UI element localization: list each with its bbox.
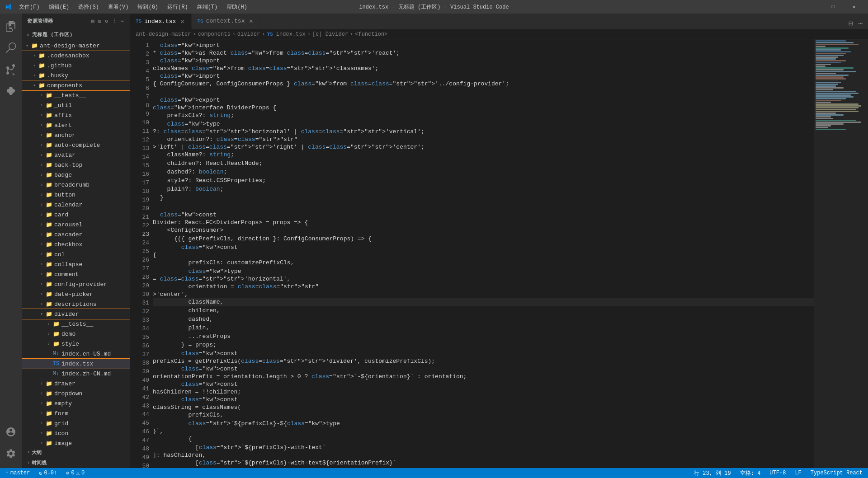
breadcrumb-symbol2[interactable]: <function> [355,31,387,37]
tree-item-collapse[interactable]: › 📁 collapse [22,259,130,269]
menu-file[interactable]: 文件(F) [15,2,43,12]
breadcrumb-divider[interactable]: divider [237,31,260,37]
tree-item-tests1[interactable]: › 📁 __tests__ [22,90,130,100]
tree-item-comment[interactable]: › 📁 comment [22,269,130,279]
folder-icon: 📁 [45,231,52,238]
ts-tab-icon: TS [197,19,203,24]
timeline-panel-header[interactable]: › 时间线 [22,458,130,468]
errors-status[interactable]: ⊗ 0 ⚠ 0 [64,470,86,477]
tree-item-badge[interactable]: › 📁 badge [22,170,130,180]
language-mode[interactable]: TypeScript React [809,470,864,476]
tree-item-cascader[interactable]: › 📁 cascader [22,230,130,239]
outline-panel-header[interactable]: › 大纲 [22,447,130,458]
tree-item-col[interactable]: › 📁 col [22,249,130,259]
line-numbers: 1234567891011121314151617181920212223242… [130,39,153,468]
menu-run[interactable]: 运行(R) [164,2,192,12]
tree-item-descriptions[interactable]: › 📁 descriptions [22,299,130,309]
activity-settings[interactable] [0,443,22,464]
tree-item-drawer[interactable]: › 📁 drawer [22,379,130,389]
tree-item-tests2[interactable]: › 📁 __tests__ [22,319,130,329]
menu-terminal[interactable]: 终端(T) [193,2,222,12]
tree-item-husky[interactable]: › 📁 .husky [22,70,130,80]
code-content[interactable]: class="kw">import * class="kw">as React … [153,39,814,468]
tree-item-back-top[interactable]: › 📁 back-top [22,160,130,170]
collapse-all-icon[interactable]: ⋮ [111,17,118,25]
code-line-18: {({ getPrefixCls, direction }: ConfigCon… [153,234,814,243]
menu-select[interactable]: 选择(S) [75,2,103,12]
split-editor-icon[interactable]: ⊟ [847,18,855,29]
tree-item-button[interactable]: › 📁 button [22,190,130,200]
code-editor[interactable]: 1234567891011121314151617181920212223242… [130,39,868,468]
tree-item-image[interactable]: › 📁 image [22,438,130,447]
tree-item-index-tsx[interactable]: › TS index.tsx [22,359,130,369]
md-file-icon: M↓ [52,351,60,357]
tree-item-carousel[interactable]: › 📁 carousel [22,220,130,230]
tree-item-index-en[interactable]: › M↓ index.en-US.md [22,349,130,359]
activity-search[interactable] [0,37,22,59]
tab-close-button[interactable]: ✕ [247,18,255,25]
tree-root-folder[interactable]: ▾ 📁 ant-design-master [22,41,130,51]
code-line-27: ...restProps [153,332,814,341]
maximize-button[interactable]: □ [823,0,844,14]
tree-item-divider[interactable]: ▾ 📁 divider [22,309,130,319]
tree-item-style[interactable]: › 📁 style [22,339,130,349]
menu-help[interactable]: 帮助(H) [223,2,251,12]
folder-icon: 📁 [45,152,52,159]
tree-item-empty[interactable]: › 📁 empty [22,398,130,408]
breadcrumb-file[interactable]: TS index.tsx [267,31,305,37]
sync-status[interactable]: ↻ 0↓0↑ [37,470,59,477]
indentation[interactable]: 空格: 4 [738,469,763,477]
menu-edit[interactable]: 编辑(E) [45,2,73,12]
tree-item-auto-complete[interactable]: › 📁 auto-complete [22,140,130,150]
tree-item-form[interactable]: › 📁 form [22,408,130,418]
tree-item-util[interactable]: › 📁 _util [22,100,130,110]
tree-item-calendar[interactable]: › 📁 calendar [22,200,130,210]
line-ending[interactable]: LF [793,470,803,476]
git-branch[interactable]: ⑂ master [4,470,32,476]
new-folder-icon[interactable]: ▨ [97,17,102,25]
new-file-icon[interactable]: ▤ [90,17,95,25]
tab-index-tsx[interactable]: TS index.tsx ✕ [130,14,192,29]
tree-item-anchor[interactable]: › 📁 anchor [22,130,130,140]
tree-item-icon[interactable]: › 📁 icon [22,428,130,438]
breadcrumb-components[interactable]: components [198,31,231,37]
tree-item-demo[interactable]: › 📁 demo [22,329,130,339]
activity-account[interactable] [0,421,22,443]
refresh-icon[interactable]: ↻ [104,17,109,25]
status-bar: ⑂ master ↻ 0↓0↑ ⊗ 0 ⚠ 0 行 23, 列 19 空格: 4… [0,468,868,478]
workspace-label[interactable]: ▷ 无标题 (工作区) [22,28,130,41]
tree-item-github[interactable]: › 📁 .github [22,61,130,70]
tree-item-index-zh[interactable]: › M↓ index.zh-CN.md [22,369,130,379]
activity-extensions[interactable] [0,80,22,102]
encoding[interactable]: UTF-8 [768,470,788,476]
code-line-17: <ConfigConsumer> [153,226,814,234]
tree-item-checkbox[interactable]: › 📁 checkbox [22,239,130,249]
minimap [814,39,868,468]
tree-item-codesandbox[interactable]: › 📁 .codesandbox [22,51,130,61]
tree-item-avatar[interactable]: › 📁 avatar [22,150,130,160]
tree-item-alert[interactable]: › 📁 alert [22,120,130,130]
cursor-position[interactable]: 行 23, 列 19 [692,469,733,477]
activity-source-control[interactable] [0,59,22,80]
tree-item-config-provider[interactable]: › 📁 config-provider [22,279,130,289]
menu-view[interactable]: 查看(V) [104,2,132,12]
more-actions-icon[interactable]: ⋯ [120,17,125,25]
tree-item-components[interactable]: ▾ 📁 components [22,80,130,90]
breadcrumb-root[interactable]: ant-design-master [136,31,191,37]
tab-context-tsx[interactable]: TS context.tsx ✕ [192,14,260,29]
tree-item-date-picker[interactable]: › 📁 date-picker [22,289,130,299]
menu-goto[interactable]: 转到(G) [134,2,162,12]
tree-item-breadcrumb[interactable]: › 📁 breadcrumb [22,180,130,190]
tree-item-grid[interactable]: › 📁 grid [22,418,130,428]
tree-item-affix[interactable]: › 📁 affix [22,110,130,120]
tree-item-dropdown[interactable]: › 📁 dropdown [22,389,130,398]
sync-icon: ↻ [39,470,42,477]
breadcrumb-symbol1[interactable]: [e] Divider [312,31,348,37]
close-button[interactable]: ✕ [844,0,864,14]
tree-item-card[interactable]: › 📁 card [22,210,130,220]
minimize-button[interactable]: — [802,0,823,14]
md-file-icon: M↓ [52,370,60,377]
tab-close-button[interactable]: ✕ [179,18,186,25]
more-actions-tab-icon[interactable]: ⋯ [856,18,864,29]
activity-files[interactable] [0,15,22,37]
